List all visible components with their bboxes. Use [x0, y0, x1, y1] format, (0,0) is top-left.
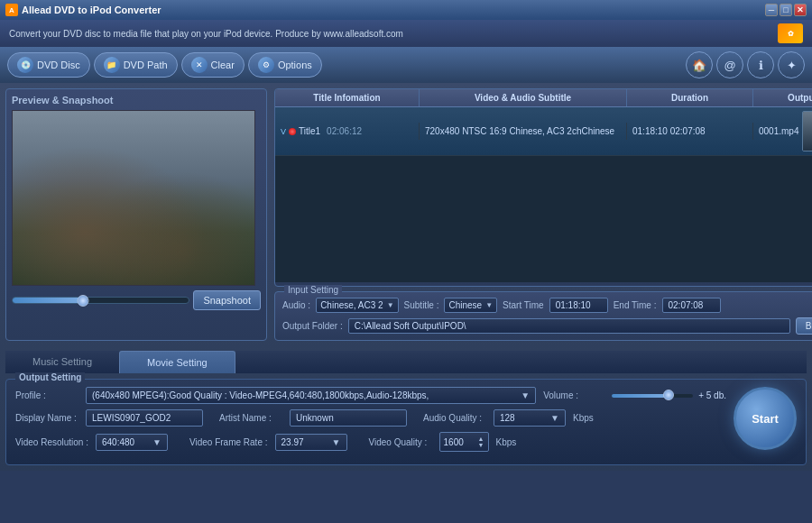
- output-section-title: Output Setting: [15, 372, 85, 382]
- volume-value: + 5 db.: [698, 390, 726, 400]
- progress-track[interactable]: [12, 297, 189, 304]
- start-button[interactable]: Start: [734, 387, 797, 450]
- output-filename: 0001.mp4: [759, 126, 798, 136]
- email-button[interactable]: @: [716, 51, 743, 78]
- subtitle-value: Chinese: [448, 300, 482, 310]
- audio-quality-unit: Kbps: [573, 413, 594, 423]
- title-name: Title1: [299, 126, 320, 136]
- audio-quality-label: Audio Quality :: [423, 413, 486, 423]
- col-duration: Duration: [627, 89, 753, 106]
- settings-button[interactable]: ✦: [778, 51, 805, 78]
- display-name-label: Display Name :: [15, 413, 78, 423]
- output-main-cols: Profile : (640x480 MPEG4):Good Quality :…: [15, 387, 726, 457]
- input-setting-label: Input Setting: [284, 285, 342, 295]
- main-content: Preview & Snapshoot Snapshoot Title Info…: [0, 83, 812, 471]
- dvd-disc-label: DVD Disc: [37, 60, 80, 70]
- start-time-field[interactable]: 01:18:10: [549, 298, 608, 313]
- dvd-path-icon: 📁: [104, 57, 120, 73]
- progress-thumb: [78, 295, 89, 307]
- video-quality-value: 1600: [444, 437, 464, 447]
- profile-label: Profile :: [15, 390, 78, 400]
- col-output: Output: [753, 89, 812, 106]
- profile-select-arrow: ▼: [521, 390, 530, 400]
- options-button[interactable]: ⚙ Options: [248, 52, 322, 78]
- volume-slider[interactable]: [612, 394, 693, 398]
- browse-button[interactable]: Browse: [796, 317, 812, 335]
- info-button[interactable]: ℹ: [747, 51, 774, 78]
- start-time-value: 01:18:10: [556, 300, 591, 310]
- options-icon: ⚙: [258, 57, 274, 73]
- input-row-1: Audio : Chinese, AC3 2 ▼ Subtitle : Chin…: [282, 298, 812, 313]
- display-name-input[interactable]: LEWIS0907_GOD2: [86, 409, 203, 427]
- tab-music[interactable]: Music Setting: [5, 351, 119, 373]
- clear-label: Clear: [211, 60, 235, 70]
- volume-label: Volume :: [543, 390, 606, 400]
- end-time-field[interactable]: 02:07:08: [662, 298, 721, 313]
- subtitle-select-arrow: ▼: [485, 301, 493, 309]
- dvd-disc-icon: 💿: [17, 57, 33, 73]
- subtitle-label: Subtitle :: [404, 300, 439, 310]
- artist-name-label: Artist Name :: [219, 413, 282, 423]
- dvd-path-button[interactable]: 📁 DVD Path: [94, 52, 178, 78]
- video-frame-rate-select[interactable]: 23.97 ▼: [275, 434, 347, 451]
- artist-name-value: Unknown: [296, 413, 334, 423]
- folder-label: Output Folder :: [282, 321, 343, 331]
- col-title-info: Title Infomation: [275, 89, 420, 106]
- subtitle-select[interactable]: Chinese ▼: [444, 298, 497, 313]
- options-label: Options: [278, 60, 312, 70]
- top-section: Preview & Snapshoot Snapshoot Title Info…: [5, 88, 807, 341]
- video-content: [13, 111, 254, 285]
- table-header: Title Infomation Video & Audio Subtitle …: [275, 89, 812, 107]
- video-resolution-arrow: ▼: [152, 437, 161, 447]
- video-quality-unit: Kbps: [496, 437, 517, 447]
- preview-panel: Preview & Snapshoot Snapshoot: [5, 88, 267, 341]
- display-name-row: Display Name : LEWIS0907_GOD2 Artist Nam…: [15, 409, 726, 427]
- tab-movie[interactable]: Movie Setting: [119, 351, 235, 373]
- dvd-path-label: DVD Path: [124, 60, 168, 70]
- video-resolution-value: 640:480: [102, 437, 134, 447]
- maximize-button[interactable]: □: [780, 4, 792, 16]
- app-logo: ✿: [778, 23, 803, 43]
- volume-fill: [612, 394, 669, 398]
- audio-value: Chinese, AC3 2: [320, 300, 383, 310]
- close-button[interactable]: ✕: [794, 4, 807, 16]
- table-row[interactable]: V Title1 02:06:12 720x480 NTSC 16:9 Chin…: [275, 107, 812, 156]
- video-resolution-select[interactable]: 640:480 ▼: [96, 434, 168, 451]
- spinner-arrows: ▲▼: [478, 436, 484, 448]
- title-duration: 02:06:12: [327, 126, 362, 136]
- red-dot-icon: [289, 128, 296, 135]
- video-quality-label: Video Quality :: [369, 437, 432, 447]
- video-frame-rate-label: Video Frame Rate :: [189, 437, 268, 447]
- dvd-disc-button[interactable]: 💿 DVD Disc: [7, 52, 90, 78]
- preview-controls: Snapshoot: [12, 290, 261, 310]
- folder-value: C:\Allead Soft Output\IPOD\: [355, 321, 466, 331]
- volume-control: Volume : + 5 db.: [543, 390, 726, 400]
- input-setting: Input Setting Audio : Chinese, AC3 2 ▼ S…: [274, 291, 812, 341]
- start-label: Start: [752, 412, 779, 426]
- folder-row: Output Folder : C:\Allead Soft Output\IP…: [282, 317, 812, 335]
- preview-title: Preview & Snapshoot: [12, 95, 261, 106]
- clear-button[interactable]: ✕ Clear: [181, 52, 245, 78]
- profile-select[interactable]: (640x480 MPEG4):Good Quality : Video-MPE…: [86, 387, 536, 404]
- end-time-value: 02:07:08: [669, 300, 704, 310]
- audio-select-arrow: ▼: [387, 301, 394, 309]
- audio-label: Audio :: [282, 300, 310, 310]
- audio-select[interactable]: Chinese, AC3 2 ▼: [316, 298, 398, 313]
- thumbnail-img: [803, 112, 812, 151]
- audio-quality-select[interactable]: 128 ▼: [494, 409, 566, 427]
- scene-overlay: [13, 111, 254, 285]
- video-quality-input[interactable]: 1600 ▲▼: [439, 432, 489, 452]
- snapshot-button[interactable]: Snapshoot: [193, 290, 261, 310]
- artist-name-input[interactable]: Unknown: [290, 409, 407, 427]
- col-video-audio: Video & Audio Subtitle: [420, 89, 627, 106]
- audio-quality-value: 128: [500, 413, 515, 423]
- check-icon: V: [281, 127, 286, 136]
- title-bar: A Allead DVD to iPod Converter ─ □ ✕: [0, 0, 812, 20]
- folder-input[interactable]: C:\Allead Soft Output\IPOD\: [348, 318, 790, 334]
- output-row-1: Profile : (640x480 MPEG4):Good Quality :…: [15, 387, 797, 457]
- clear-icon: ✕: [191, 57, 208, 73]
- tab-music-label: Music Setting: [32, 356, 92, 367]
- home-button[interactable]: 🏠: [686, 51, 713, 78]
- tabs-row: Music Setting Movie Setting: [5, 351, 807, 373]
- minimize-button[interactable]: ─: [765, 4, 778, 16]
